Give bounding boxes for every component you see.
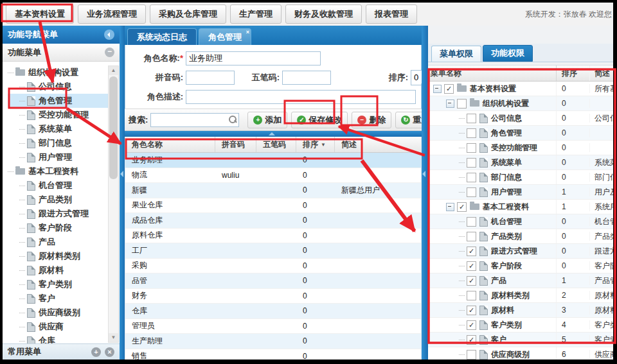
sidebar-item-11[interactable]: 客户阶段 — [8, 221, 108, 235]
sidebar-item-2[interactable]: 角色管理 — [8, 94, 108, 108]
top-menu-item-0[interactable]: 基本资料设置 — [6, 4, 74, 24]
column-header-pinyin[interactable]: 拼音码 — [215, 137, 256, 152]
collapse-node-icon[interactable] — [446, 100, 454, 108]
sidebar-item-14[interactable]: 原材料 — [8, 263, 108, 277]
sidebar-item-16[interactable]: 客户 — [8, 291, 108, 306]
sidebar-item-7[interactable]: 基本工程资料 — [8, 164, 108, 178]
permission-row[interactable]: ✓产品1产品管 — [428, 273, 613, 288]
toolbar-button-1[interactable]: ✓保存修改 — [291, 112, 348, 128]
unchecked-checkbox[interactable] — [457, 99, 467, 108]
unchecked-checkbox[interactable] — [467, 114, 476, 123]
checked-checkbox[interactable]: ✓ — [467, 247, 476, 256]
column-header-wubi[interactable]: 五笔码 — [256, 137, 296, 152]
table-row[interactable]: 业务助理0 — [125, 153, 421, 168]
checked-checkbox[interactable]: ✓ — [457, 202, 467, 212]
sidebar-item-17[interactable]: 供应商级别 — [8, 306, 108, 320]
left-splitter[interactable] — [120, 26, 125, 360]
role-name-input[interactable] — [186, 51, 321, 65]
table-row[interactable]: 销售0 — [125, 349, 421, 360]
scroll-down-icon[interactable]: ▼ — [109, 333, 118, 342]
table-row[interactable]: 财务0 — [125, 289, 421, 304]
permission-row[interactable]: 供应商级别6供应商 — [428, 347, 613, 360]
remove-favorite-icon[interactable]: × — [105, 347, 114, 357]
checked-checkbox[interactable]: ✓ — [467, 276, 476, 286]
role-description-input[interactable] — [186, 90, 416, 104]
permission-row[interactable]: ✓基本工程资料1系统用 — [428, 200, 613, 214]
search-icon[interactable] — [229, 116, 237, 123]
permission-row[interactable]: ✓基本资料设置0所有基 — [428, 82, 613, 96]
permission-row[interactable]: ✓跟进方式管理0跟进方 — [428, 244, 613, 259]
checked-checkbox[interactable]: ✓ — [467, 320, 476, 330]
table-row[interactable]: 原料仓库0 — [125, 229, 421, 244]
top-menu-item-3[interactable]: 生产管理 — [230, 4, 282, 24]
sidebar-item-8[interactable]: 机台管理 — [8, 178, 108, 193]
sidebar-item-3[interactable]: 受控功能管理 — [8, 108, 108, 122]
permission-row[interactable]: 系统菜单0系统菜 — [428, 155, 613, 170]
permission-row[interactable]: 用户管理1用户及 — [428, 185, 613, 200]
column-header-sort[interactable]: 排序 — [557, 65, 590, 81]
column-header-desc[interactable]: 简述 — [590, 65, 613, 81]
unchecked-checkbox[interactable] — [467, 143, 476, 153]
table-row[interactable]: 管理员0 — [125, 319, 421, 334]
scroll-up-icon[interactable]: ▲ — [109, 66, 118, 75]
tab-menu-permissions[interactable]: 菜单权限 — [431, 46, 481, 62]
permission-row[interactable]: 受控功能管理0 — [428, 141, 613, 155]
unchecked-checkbox[interactable] — [467, 173, 476, 182]
unchecked-checkbox[interactable] — [467, 217, 476, 227]
scrollbar-thumb[interactable] — [109, 76, 118, 179]
right-splitter[interactable] — [422, 26, 428, 360]
column-header-desc[interactable]: 简述 — [335, 137, 421, 152]
sidebar-item-4[interactable]: 系统菜单 — [8, 122, 108, 136]
search-input[interactable] — [150, 113, 239, 127]
top-menu-item-2[interactable]: 采购及仓库管理 — [150, 4, 226, 24]
unchecked-checkbox[interactable] — [467, 128, 476, 138]
collapse-panel-icon[interactable]: − — [105, 48, 114, 57]
permission-row[interactable]: 机台管理0机台管 — [428, 214, 613, 229]
permission-row[interactable]: 组织机构设置0 — [428, 96, 613, 111]
table-row[interactable]: 采购0 — [125, 259, 421, 274]
column-header-sort[interactable]: 排序▼ — [296, 137, 335, 152]
permission-row[interactable]: ✓客户5客户管 — [428, 333, 613, 347]
permission-row[interactable]: ✓原材料3原材料 — [428, 303, 613, 318]
permission-row[interactable]: 原材料类别2原材料 — [428, 288, 613, 303]
top-menu-item-4[interactable]: 财务及收款管理 — [285, 4, 362, 24]
permission-row[interactable]: 产品类别0产品类 — [428, 229, 613, 244]
checked-checkbox[interactable]: ✓ — [467, 306, 476, 315]
permission-row[interactable]: 公司信息0公司信 — [428, 111, 613, 126]
table-row[interactable]: 新疆0新疆总用户 — [125, 183, 421, 198]
column-header-role-name[interactable]: 角色名称 — [125, 137, 215, 152]
tab-system-log[interactable]: 系统动态日志 — [127, 28, 197, 45]
checked-checkbox[interactable]: ✓ — [467, 261, 476, 271]
sidebar-item-10[interactable]: 跟进方式管理 — [8, 207, 108, 221]
table-row[interactable]: 仓库0 — [125, 304, 421, 319]
permission-row[interactable]: ✓客户阶段0客户阶 — [428, 259, 613, 273]
table-row[interactable]: 物流wuliu0 — [125, 168, 421, 184]
table-row[interactable]: 生产助理0 — [125, 334, 421, 349]
sidebar-item-15[interactable]: 客户类别 — [8, 277, 108, 291]
permission-row[interactable]: 角色管理0 — [428, 126, 613, 141]
tab-role-management[interactable]: 角色管理 × — [199, 28, 251, 45]
permission-row[interactable]: 部门信息0部门信 — [428, 170, 613, 185]
checked-checkbox[interactable]: ✓ — [444, 84, 454, 94]
sidebar-item-0[interactable]: 组织机构设置 — [8, 65, 108, 80]
sidebar-item-5[interactable]: 部门信息 — [8, 136, 108, 150]
permission-row[interactable]: ✓客户类别4客户类 — [428, 318, 613, 333]
sidebar-scrollbar[interactable]: ▲ ▼ — [108, 65, 119, 343]
top-menu-item-5[interactable]: 报表管理 — [366, 4, 417, 24]
table-row[interactable]: 果业仓库0 — [125, 198, 421, 214]
checked-checkbox[interactable]: ✓ — [467, 335, 476, 345]
unchecked-checkbox[interactable] — [467, 158, 476, 168]
toolbar-button-0[interactable]: +添加 — [247, 112, 287, 128]
wubi-code-input[interactable] — [282, 71, 331, 85]
table-row[interactable]: 工厂0 — [125, 243, 421, 259]
table-row[interactable]: 成品仓库0 — [125, 213, 421, 229]
collapse-node-icon[interactable] — [433, 85, 442, 93]
horizontal-splitter[interactable] — [125, 131, 422, 137]
add-favorite-icon[interactable]: + — [91, 347, 101, 357]
sidebar-item-13[interactable]: 原材料类别 — [8, 249, 108, 263]
sidebar-item-18[interactable]: 供应商 — [8, 320, 108, 334]
sidebar-item-12[interactable]: 产品 — [8, 235, 108, 249]
close-tab-icon[interactable]: × — [246, 30, 249, 35]
sidebar-collapse-button[interactable] — [104, 30, 114, 40]
toolbar-button-2[interactable]: −删除 — [352, 112, 391, 128]
